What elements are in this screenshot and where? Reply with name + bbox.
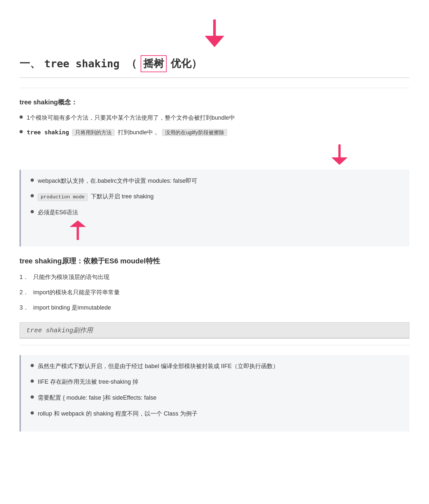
inner-arrow-up-icon [70,220,86,240]
side-effect-bullet-2-text: IIFE 存在副作用无法被 tree-shaking 掉 [38,377,138,387]
principle-item-2-text: import的模块名只能是字符串常量 [33,288,120,297]
side-effect-bullet-1: 虽然生产模式下默认开启，但是由于经过 babel 编译全部模块被封装成 IIFE… [31,362,400,371]
ordered-num-1: 1． [20,272,29,282]
indented-section: webpack默认支持，在.babelrc文件中设置 modules: fals… [20,144,409,247]
principle-item-1: 1． 只能作为模块顶层的语句出现 [20,272,409,282]
text-middle: 打到bundle中， [118,129,159,136]
bullet-dot [20,115,23,119]
principle-ordered-list: 1． 只能作为模块顶层的语句出现 2． import的模块名只能是字符串常量 3… [20,272,409,312]
svg-marker-3 [331,157,348,165]
principle-heading: tree shaking原理：依赖于ES6 moudel特性 [20,256,409,266]
inner-arrow-up-container [31,220,400,240]
indented-bullet-2-text: 下默认开启 tree shaking [91,193,154,200]
ordered-num-3: 3． [20,303,29,312]
indented-bullet-2-content: production mode 下默认开启 tree shaking [38,192,154,201]
bullet-dot [31,194,34,197]
tag-uglify: 没用的在uglify阶段被擦除 [162,129,227,136]
production-mode-tag: production mode [38,193,88,201]
side-effect-bullet-2: IIFE 存在副作用无法被 tree-shaking 掉 [31,377,400,387]
principle-item-2: 2． import的模块名只能是字符串常量 [20,288,409,297]
principle-item-3: 3． import binding 是immutablede [20,303,409,312]
side-effect-bullet-4-text: rollup 和 webpack 的 shaking 程度不同，以一个 Clas… [38,409,198,418]
highlighted-title: 摇树 [141,55,167,72]
tag-only-used: 只将用到的方法 [72,129,115,136]
concept-bullet-2: tree shaking 只将用到的方法 打到bundle中， 没用的在ugli… [20,128,409,137]
bullet-dot [31,179,34,182]
principle-item-3-text: import binding 是immutablede [33,303,111,312]
bullet-dot [31,379,34,383]
top-arrow [20,20,409,49]
indented-bullet-2: production mode 下默认开启 tree shaking [31,192,400,201]
side-effect-divider [20,345,409,345]
concept-bullet-1: 1个模块可能有多个方法，只要其中某个方法使用了，整个文件会被打到bundle中 [20,113,409,123]
side-effect-bullet-3: 需要配置 { module: false }和 sideEffects: fal… [31,393,400,403]
tree-shaking-label: tree shaking [27,129,69,136]
title-divider [20,88,409,88]
title-part1: tree shaking [44,58,119,70]
title-part3: 优化） [171,57,202,71]
section-title: 一、 tree shaking （摇树优化） [20,55,409,78]
indented-bullet-1: webpack默认支持，在.babelrc文件中设置 modules: fals… [31,176,400,186]
indented-bullet-3-text: 必须是ES6语法 [38,208,78,217]
ordered-num-2: 2． [20,288,29,297]
side-effect-bullet-4: rollup 和 webpack 的 shaking 程度不同，以一个 Clas… [31,409,400,418]
indented-bullet-3: 必须是ES6语法 [31,208,400,217]
bullet-dot [31,395,34,399]
indented-bullet-1-text: webpack默认支持，在.babelrc文件中设置 modules: fals… [38,176,197,186]
concept-bullet-list: 1个模块可能有多个方法，只要其中某个方法使用了，整个文件会被打到bundle中 … [20,113,409,137]
side-effect-bullet-list: 虽然生产模式下默认开启，但是由于经过 babel 编译全部模块被封装成 IIFE… [31,362,400,418]
concept-heading: tree shaking概念： [20,98,409,107]
indented-block: webpack默认支持，在.babelrc文件中设置 modules: fals… [20,170,409,247]
side-effect-bullet-1-text: 虽然生产模式下默认开启，但是由于经过 babel 编译全部模块被封装成 IIFE… [38,362,279,371]
bullet-dot [31,411,34,415]
bullet-dot [20,130,23,133]
inner-arrow-container [20,144,409,166]
indented-bullet-list: webpack默认支持，在.babelrc文件中设置 modules: fals… [31,176,400,218]
side-effect-banner: tree shaking副作用 [20,322,409,338]
concept-bullet-2-content: tree shaking 只将用到的方法 打到bundle中， 没用的在ugli… [27,128,227,137]
bullet-dot [31,364,34,367]
bullet-dot [31,210,34,213]
side-effect-bullet-3-text: 需要配置 { module: false }和 sideEffects: fal… [38,393,157,403]
principle-item-1-text: 只能作为模块顶层的语句出现 [33,272,109,282]
inner-arrow-icon [328,144,351,166]
concept-bullet-1-text: 1个模块可能有多个方法，只要其中某个方法使用了，整个文件会被打到bundle中 [27,113,235,123]
side-effect-block: 虽然生产模式下默认开启，但是由于经过 babel 编译全部模块被封装成 IIFE… [20,355,409,431]
svg-marker-1 [205,36,224,47]
side-effect-text: tree shaking副作用 [26,327,93,334]
section-prefix: 一、 [20,57,40,71]
